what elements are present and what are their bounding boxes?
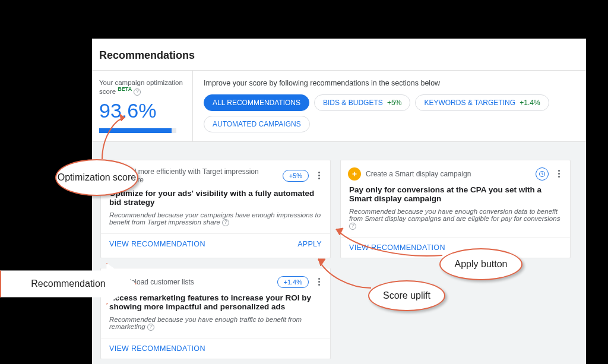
plus-icon [348,167,361,181]
card-footer: VIEW RECOMMENDATION APPLY [101,233,330,254]
card-menu-button[interactable] [314,172,324,179]
chip-label: KEYWORDS & TARGETING [424,99,515,107]
card-reason: Recommended because you have enough conv… [349,208,562,230]
recommendations-panel: Recommendations Your campaign optimizati… [92,39,586,348]
chip-uplift: +5% [387,99,401,107]
help-icon[interactable]: ? [134,88,141,96]
chip-uplift: +1.4% [520,99,540,107]
card-reason-text: Recommended because your campaigns have … [109,211,321,226]
card-reason-text: Recommended because you have enough traf… [109,316,302,330]
person-icon [108,276,121,289]
score-progress-fill [99,128,172,133]
score-and-chips-row: Your campaign optimization score BETA ? … [92,70,586,142]
page-title: Recommendations [92,39,586,70]
chip-automated-campaigns[interactable]: AUTOMATED CAMPAIGNS [204,116,310,132]
score-progress-bar [99,128,176,133]
view-recommendation-button[interactable]: VIEW RECOMMENDATION [109,344,205,353]
card-footer: VIEW RECOMMENDATION [101,338,330,359]
beta-badge: BETA [118,86,132,92]
card-title: Pay only for conversions at the CPA you … [349,185,562,203]
help-icon[interactable]: ? [349,223,356,230]
card-subtitle: Upload customer lists [126,278,273,286]
card-footer: VIEW RECOMMENDATION [341,237,570,258]
chip-all-recommendations[interactable]: ALL RECOMMENDATIONS [204,94,309,111]
card-header: Bid more efficiently with Target impress… [101,160,330,189]
card-header: Upload customer lists +1.4% [101,268,330,293]
card-header: Create a Smart display campaign [341,160,570,185]
help-icon[interactable]: ? [147,324,154,331]
help-icon[interactable]: ? [222,219,229,226]
improve-box: Improve your score by following recommen… [193,71,586,141]
apply-button[interactable]: APPLY [297,240,322,248]
card-body: Optimize for your ads' visibility with a… [101,189,330,233]
card-menu-button[interactable] [553,170,564,178]
score-label-text: Your campaign optimization score [99,79,183,95]
chip-keywords-targeting[interactable]: KEYWORDS & TARGETING +1.4% [415,94,549,111]
chip-label: BIDS & BUDGETS [323,99,383,107]
score-uplift-pill: +5% [283,170,309,182]
svg-point-3 [113,280,116,282]
card-menu-button[interactable] [314,278,324,286]
view-recommendation-button[interactable]: VIEW RECOMMENDATION [349,243,445,252]
card-body: Pay only for conversions at the CPA you … [341,185,570,237]
card-subtitle: Bid more efficiently with Target impress… [126,167,278,184]
view-recommendation-button[interactable]: VIEW RECOMMENDATION [109,240,205,248]
card-subtitle: Create a Smart display campaign [366,170,531,178]
chip-bids-budgets[interactable]: BIDS & BUDGETS +5% [314,94,410,111]
score-uplift-pill: +1.4% [277,276,309,288]
chip-label: AUTOMATED CAMPAIGNS [213,120,301,128]
card-title: Optimize for your ads' visibility with a… [109,189,322,207]
card-reason: Recommended because your campaigns have … [109,211,322,226]
chip-label: ALL RECOMMENDATIONS [213,99,300,107]
optimization-score-box: Your campaign optimization score BETA ? … [92,71,193,141]
improve-text: Improve your score by following recommen… [204,79,575,87]
trend-icon [108,169,121,182]
score-label: Your campaign optimization score BETA ? [99,79,185,96]
recommendation-card: Upload customer lists +1.4% Access remar… [100,268,331,359]
recommendation-card: Bid more efficiently with Target impress… [100,160,331,258]
card-reason-text: Recommended because you have enough conv… [349,208,560,222]
recommendation-card: Create a Smart display campaign Pay only… [340,160,571,258]
cards-area: Bid more efficiently with Target impress… [92,142,586,364]
card-title: Access remarketing features to increase … [109,293,322,311]
clock-icon [536,167,549,181]
score-value: 93.6% [99,99,185,122]
filter-chips: ALL RECOMMENDATIONS BIDS & BUDGETS +5% K… [204,94,575,132]
card-body: Access remarketing features to increase … [101,293,330,338]
card-reason: Recommended because you have enough traf… [109,316,322,331]
